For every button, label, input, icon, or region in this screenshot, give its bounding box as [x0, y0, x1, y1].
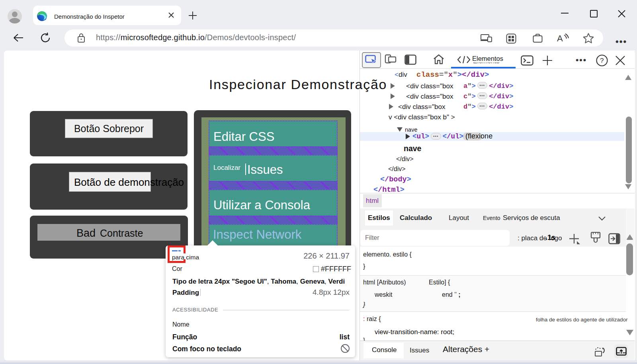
svg-text:?: ?	[600, 57, 604, 64]
svg-text:A: A	[557, 33, 563, 43]
